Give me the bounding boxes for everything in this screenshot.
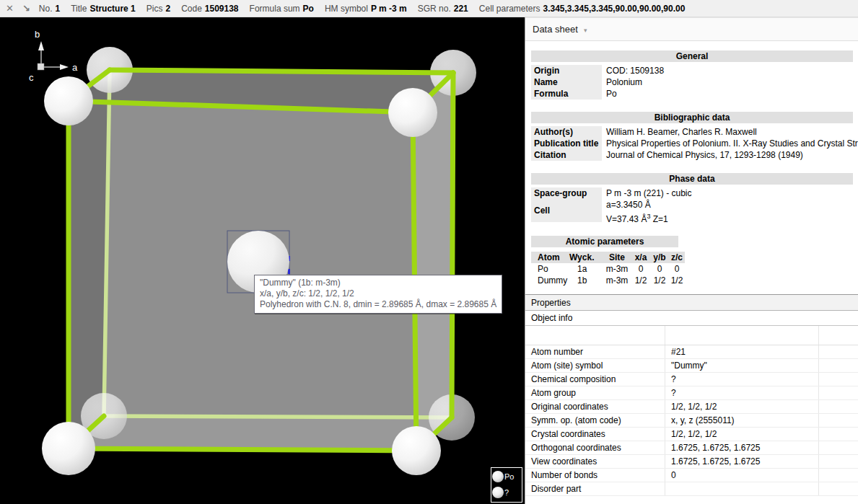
corner-atom[interactable] [392, 426, 441, 475]
section-header-atomic-parameters: Atomic parameters [531, 236, 678, 247]
object-info-tab[interactable]: Object info [525, 311, 858, 326]
datasheet-row: CitationJournal of Chemical Physics, 17,… [531, 149, 858, 161]
property-row-atom-group[interactable]: Atom group? [525, 386, 858, 400]
datasheet-row: OriginCOD: 1509138 [531, 65, 858, 76]
property-row-view-coordinates[interactable]: View coordinates1.6725, 1.6725, 1.6725 [525, 455, 858, 469]
property-row-number-of-bonds[interactable]: Number of bonds0 [525, 469, 858, 482]
field-no: No.1 [39, 4, 60, 14]
atom-tooltip: "Dummy" (1b: m-3m) x/a, y/b, z/c: 1/2, 1… [254, 275, 502, 314]
field-cell-parameters: Cell parameters3.345,3.345,3.345,90.00,9… [479, 4, 686, 14]
axis-a-label: a [72, 62, 78, 73]
properties-panel: Properties Object info Atom number#21 At… [525, 294, 858, 504]
axes-origin-node [38, 63, 44, 70]
close-icon[interactable]: ✕ [6, 3, 14, 14]
property-row-orthogonal-coordinates[interactable]: Orthogonal coordinates1.6725, 1.6725, 1.… [525, 441, 858, 455]
field-hm-symbol: HM symbolP m -3 m [325, 4, 407, 14]
datasheet-row: FormulaPo [531, 88, 858, 100]
datasheet-titlebar[interactable]: Data sheet▾ [525, 17, 858, 41]
resize-arrow-icon[interactable]: ↘ [22, 3, 30, 14]
datasheet-row: Author(s)William H. Beamer, Charles R. M… [531, 126, 858, 138]
tooltip-coordinates: x/a, y/b, z/c: 1/2, 1/2, 1/2 [260, 288, 496, 299]
atom-sphere-icon [492, 471, 504, 482]
property-row-crystal-coordinates[interactable]: Crystal coordinates1/2, 1/2, 1/2 [525, 428, 858, 441]
field-title: TitleStructure 1 [71, 4, 136, 14]
section-header-general: General [531, 50, 853, 62]
cell-values: a=3.3450 Å V=37.43 Å3 Z=1 [606, 199, 668, 222]
properties-header: Properties [525, 294, 858, 311]
table-header-row [525, 326, 858, 345]
atomic-parameters-table: Atom Wyck. Site x/a y/b z/c Po 1a m-3m 0… [531, 252, 685, 286]
atomic-table-row[interactable]: Dummy 1b m-3m 1/2 1/2 1/2 [531, 275, 685, 286]
property-row-symm-op[interactable]: Symm. op. (atom code)x, y, z (2555011) [525, 414, 858, 428]
axis-b-label: b [35, 29, 40, 40]
atom-legend: Po ? [491, 467, 522, 503]
atomic-table-header: Atom Wyck. Site x/a y/b z/c [531, 252, 685, 263]
datasheet-body: General OriginCOD: 1509138 NamePolonium … [525, 42, 858, 286]
axis-b-arrowhead [38, 41, 44, 50]
property-row-chemical-composition[interactable]: Chemical composition? [525, 373, 858, 386]
property-row-original-coordinates[interactable]: Original coordinates1/2, 1/2, 1/2 [525, 400, 858, 414]
field-formula-sum: Formula sumPo [250, 4, 314, 14]
corner-atom[interactable] [42, 422, 95, 475]
field-code: Code1509138 [181, 4, 238, 14]
cell-row: Cell a=3.3450 Å V=37.43 Å3 Z=1 [531, 199, 858, 222]
axes-indicator: a b c [29, 29, 78, 83]
structure-3d-viewport[interactable]: a b c "Dummy" (1b: m-3m) x/a, y/b, z/c: … [0, 17, 525, 504]
tooltip-polyhedron-info: Polyhedron with C.N. 8, dmin = 2.89685 Å… [260, 299, 496, 310]
atom-sphere-icon [492, 487, 504, 498]
corner-atom[interactable] [44, 76, 93, 125]
spacegroup-row: Space-groupP m -3 m (221) - cubic [531, 187, 858, 199]
cell-a-parameter: a=3.3450 Å [606, 199, 668, 211]
chevron-down-icon[interactable]: ▾ [584, 27, 587, 34]
unit-cell-drawing: a b c [0, 17, 525, 504]
datasheet-row: NamePolonium [531, 76, 858, 88]
field-pics: Pics2 [146, 4, 170, 14]
cell-volume: V=37.43 Å3 Z=1 [606, 211, 668, 222]
section-header-phase: Phase data [531, 173, 853, 185]
datasheet-row: Publication titlePhysical Properties of … [531, 138, 858, 149]
atomic-table-row[interactable]: Po 1a m-3m 0 0 0 [531, 263, 685, 275]
corner-atom[interactable] [388, 88, 437, 137]
legend-item-unknown: ? [492, 485, 522, 500]
datasheet-title: Data sheet [533, 24, 578, 35]
property-row-atom-number[interactable]: Atom number#21 [525, 345, 858, 359]
tooltip-atom-name: "Dummy" (1b: m-3m) [260, 278, 496, 288]
right-panel: Data sheet▾ General OriginCOD: 1509138 N… [525, 17, 858, 504]
section-header-bibliographic: Bibliographic data [531, 112, 853, 123]
property-row-atom-site-symbol[interactable]: Atom (site) symbol"Dummy" [525, 359, 858, 373]
axis-a-arrowhead [60, 64, 69, 70]
structure-info-toolbar: ✕ ↘ No.1 TitleStructure 1 Pics2 Code1509… [0, 0, 858, 17]
axis-c-label: c [29, 72, 34, 83]
object-info-table: Atom number#21 Atom (site) symbol"Dummy"… [525, 326, 858, 496]
legend-item-po: Po [492, 469, 522, 485]
field-sgr-no: SGR no.221 [418, 4, 468, 14]
property-row-disorder-part[interactable]: Disorder part [525, 482, 858, 496]
